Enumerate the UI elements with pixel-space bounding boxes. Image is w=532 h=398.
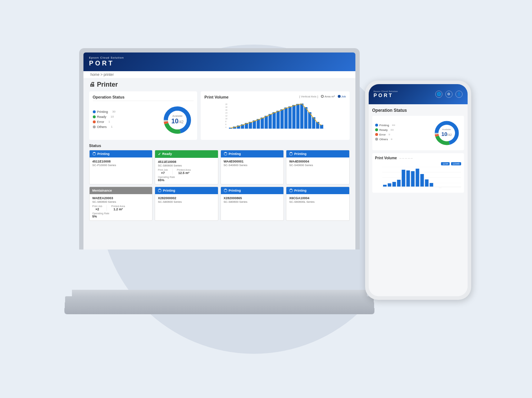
spin-icon-3 [289, 152, 293, 156]
card-body-6: X282000865 SC-S80600 Series [221, 194, 284, 207]
phone-dot-printing [375, 124, 378, 127]
svg-text:8: 8 [226, 120, 227, 123]
legend-dot-printing [93, 110, 96, 113]
status-header-2: Printing [221, 150, 284, 157]
svg-text:─ ─: ─ ─ [401, 187, 404, 188]
phone-header: Epson Cloud Solution PORT 🌐 ⚙ 👤 [369, 84, 468, 104]
card-body-5: X282000002 SC-S80600 Series [155, 194, 218, 207]
main-scene: Epson Cloud Solution PORT home > printer… [50, 37, 482, 361]
app-ui: Epson Cloud Solution PORT home > printer… [83, 52, 355, 250]
legend-list: Printing 30 Ready 10 [93, 110, 157, 130]
chart-options: [ Vertical Axis ] Area m² Job [299, 95, 346, 98]
phone-gear-icon[interactable]: ⚙ [445, 91, 453, 98]
laptop-base-bottom [64, 296, 374, 314]
app-content: 🖨 Printer Operation Status [83, 78, 355, 250]
status-card-0[interactable]: Printing 4511E10008 SC-P10000 Series [89, 150, 153, 184]
status-header-3: Printing [286, 150, 349, 157]
legend-dot-error [93, 120, 96, 123]
svg-rect-31 [296, 104, 300, 129]
phone-print-vol: Print Volume ─ ─ ─ ─ ─ 1234 12345 [372, 153, 464, 193]
phone-op-title: Operation Status [372, 108, 464, 113]
phone-dot-error [375, 133, 378, 136]
svg-text:─ ─: ─ ─ [420, 187, 423, 188]
svg-text:─ ─: ─ ─ [382, 187, 385, 188]
laptop-device: Epson Cloud Solution PORT home > printer… [72, 48, 367, 343]
laptop-screen-outer: Epson Cloud Solution PORT home > printer… [79, 48, 360, 250]
chart-option-job[interactable]: Job [338, 95, 346, 98]
op-rate-1: Operating Rate 65% [158, 176, 215, 182]
legend-item-error: Error 1 [93, 120, 157, 124]
status-card-2[interactable]: Printing WA4E000001 SC-S40600 Series [220, 150, 284, 184]
print-vol-header: Print Volume [ Vertical Axis ] Area m² [204, 95, 346, 101]
status-card-4[interactable]: Mentainance WAEEA20003 SC-S60600 Series … [89, 187, 153, 221]
svg-text:16: 16 [226, 109, 228, 111]
svg-text:10: 10 [226, 118, 228, 120]
radio-area[interactable] [321, 95, 324, 98]
status-header-0: Printing [90, 150, 153, 157]
svg-rect-58 [429, 183, 433, 186]
legend-dot-others [93, 125, 96, 128]
card-body-4: WAEEA20003 SC-S60600 Series Print Job ×2 [90, 194, 153, 220]
svg-text:6: 6 [226, 123, 227, 125]
card-body-0: 4511E10008 SC-P10000 Series [90, 157, 153, 170]
spin-icon-6 [224, 189, 227, 192]
spin-icon-2 [224, 152, 227, 156]
svg-text:20: 20 [226, 103, 228, 105]
svg-rect-35 [312, 117, 315, 129]
svg-rect-30 [292, 105, 296, 129]
status-card-3[interactable]: Printing WA4E000004 SC-S40600 Series [286, 150, 350, 184]
status-card-6[interactable]: Printing X282000865 SC-S80600 Series [220, 187, 284, 221]
phone-user-icon[interactable]: 👤 [455, 91, 463, 98]
card-body-2: WA4E000001 SC-S40600 Series [221, 157, 284, 170]
app-logo: Epson Cloud Solution PORT [89, 56, 124, 67]
status-header-5: Printing [155, 187, 218, 194]
phone-dot-others [375, 138, 378, 141]
phone-op-content: Printing ≡≡ Ready ≡≡ Error ≡ [372, 116, 464, 150]
status-grid-row2: Mentainance WAEEA20003 SC-S60600 Series … [89, 187, 350, 221]
phone-legend-error: Error ≡ [375, 133, 429, 136]
spin-icon-0 [92, 152, 96, 156]
status-card-1[interactable]: ✓ Ready 4511E10008 SC-S80600 Series Prin… [155, 150, 218, 184]
phone-donut-chart: Available 10 /42 [432, 119, 461, 147]
card-body-7: X6CGA10004 SC-S60600L Series [286, 194, 349, 207]
svg-rect-22 [261, 118, 264, 129]
svg-rect-21 [257, 119, 260, 129]
stat-area-4: Printed Area 1.2 m² [111, 205, 125, 211]
phone-legend-ready: Ready ≡≡ [375, 128, 429, 132]
printer-stats-1: Print Job ×7 Printed Area 12.5 m² [158, 169, 215, 175]
phone-chart-title: Print Volume ─ ─ ─ ─ ─ [375, 156, 461, 160]
donut-center: Available 10 /42 [171, 115, 183, 125]
status-card-5[interactable]: Printing X282000002 SC-S80600 Series [155, 187, 218, 221]
svg-rect-53 [406, 170, 410, 187]
svg-rect-49 [387, 183, 391, 186]
status-section-title: Status [89, 143, 350, 148]
svg-rect-51 [397, 179, 400, 186]
svg-rect-23 [265, 116, 268, 129]
svg-rect-52 [401, 170, 405, 187]
status-header-6: Printing [221, 187, 284, 194]
phone-device: Epson Cloud Solution PORT 🌐 ⚙ 👤 Operatio… [365, 81, 471, 300]
status-header-7: Printing [286, 187, 349, 194]
breadcrumb: home > printer [83, 71, 355, 78]
app-header: Epson Cloud Solution PORT [83, 52, 355, 71]
brand-small: Epson Cloud Solution [89, 56, 124, 60]
laptop-screen-inner: Epson Cloud Solution PORT home > printer… [83, 52, 355, 250]
svg-rect-32 [300, 104, 304, 129]
svg-rect-54 [411, 171, 414, 187]
stat-area-1: Printed Area 12.5 m² [177, 169, 191, 175]
phone-logo: Epson Cloud Solution PORT [374, 90, 398, 98]
chart-option-area[interactable]: Area m² [321, 95, 335, 98]
status-card-7[interactable]: Printing X6CGA10004 SC-S60600L Series [286, 187, 350, 221]
phone-globe-icon[interactable]: 🌐 [435, 91, 442, 98]
spin-icon-5 [158, 189, 162, 192]
op-status-title: Operation Status [93, 95, 194, 101]
svg-rect-25 [273, 112, 276, 129]
radio-job[interactable] [338, 95, 341, 98]
status-header-4: Mentainance [90, 187, 153, 194]
bar-chart: 20 18 16 14 12 10 8 6 4 [204, 102, 346, 131]
svg-rect-57 [425, 179, 428, 186]
svg-rect-29 [288, 106, 292, 129]
card-body-3: WA4E000004 SC-S40600 Series [286, 157, 349, 170]
phone-donut-center: Available 10 /42 [441, 128, 452, 137]
card-body-1: 4511E10008 SC-S80600 Series Print Job ×7 [155, 158, 218, 184]
